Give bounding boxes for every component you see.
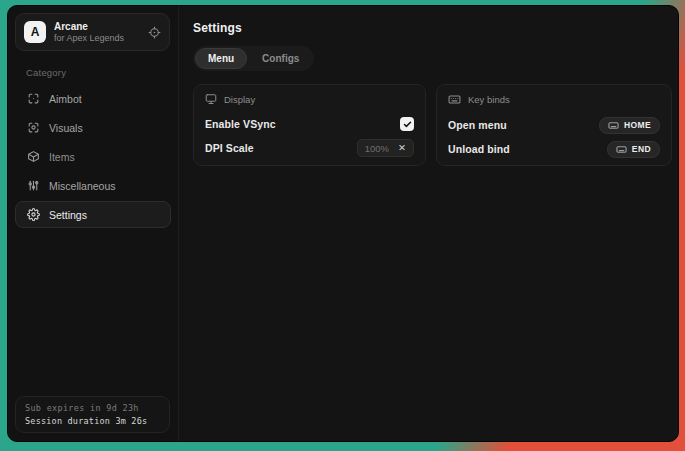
crosshair-scan-icon [27,92,40,105]
sliders-icon [27,179,40,192]
sidebar-item-label: Visuals [49,122,83,134]
check-icon [403,120,412,129]
brand-card: A Arcane for Apex Legends [15,13,170,51]
sub-expires-text: Sub expires in 9d 23h [25,403,160,413]
display-card-title: Display [224,94,255,105]
keyboard-icon [608,120,619,131]
keybind-value: END [632,144,651,154]
dpi-scale-label: DPI Scale [205,142,254,154]
unload-bind-label: Unload bind [448,143,510,155]
subscription-info-card: Sub expires in 9d 23h Session duration 3… [15,396,170,433]
display-card: Display Enable VSync DPI Scale 100% ✕ [193,84,426,166]
unload-bind-row: Unload bind END [448,137,660,161]
brand-title: Arcane [54,21,124,32]
category-label: Category [26,67,178,78]
main-content: Settings Menu Configs Display E [179,6,679,441]
tab-menu[interactable]: Menu [195,48,247,69]
app-logo: A [24,21,46,43]
clear-icon[interactable]: ✕ [398,143,406,153]
gear-icon [27,208,40,221]
open-menu-label: Open menu [448,119,507,131]
unload-keybind-button[interactable]: END [607,141,660,158]
vsync-checkbox[interactable] [400,117,414,131]
settings-cards: Display Enable VSync DPI Scale 100% ✕ [193,84,672,166]
dpi-scale-value: 100% [365,143,389,154]
dpi-scale-select[interactable]: 100% ✕ [357,139,414,157]
enable-vsync-row: Enable VSync [205,112,414,136]
dpi-scale-row: DPI Scale 100% ✕ [205,136,414,160]
brand-subtitle: for Apex Legends [54,33,124,43]
sidebar-item-aimbot[interactable]: Aimbot [15,85,171,112]
sidebar-item-label: Miscellaneous [49,180,116,192]
keybinds-card-header: Key binds [448,93,660,106]
app-window: A Arcane for Apex Legends Category [7,5,679,442]
target-icon[interactable] [148,26,161,39]
open-menu-row: Open menu HOME [448,113,660,137]
sidebar-item-label: Settings [49,209,87,221]
tab-configs[interactable]: Configs [249,48,312,69]
keybind-value: HOME [624,120,651,130]
sidebar-item-label: Aimbot [49,93,82,105]
keybinds-card: Key binds Open menu HOME Unload bind [436,84,672,166]
sidebar-item-miscellaneous[interactable]: Miscellaneous [15,172,171,199]
sidebar-item-settings[interactable]: Settings [15,201,171,228]
sidebar-item-items[interactable]: Items [15,143,171,170]
sidebar-item-visuals[interactable]: Visuals [15,114,171,141]
focus-eye-icon [27,121,40,134]
enable-vsync-label: Enable VSync [205,118,276,130]
page-title: Settings [193,21,672,35]
keyboard-icon [448,93,461,106]
keybinds-card-title: Key binds [468,94,510,105]
tab-bar: Menu Configs [193,46,314,71]
sidebar-nav: Aimbot Visuals Items [8,84,178,229]
cube-icon [27,150,40,163]
display-card-header: Display [205,93,414,105]
monitor-icon [205,93,217,105]
sidebar: A Arcane for Apex Legends Category [8,6,179,441]
sidebar-item-label: Items [49,151,75,163]
brand-text: Arcane for Apex Legends [54,21,124,43]
session-duration-text: Session duration 3m 26s [25,416,160,426]
open-menu-keybind-button[interactable]: HOME [599,117,660,134]
keyboard-icon [616,144,627,155]
